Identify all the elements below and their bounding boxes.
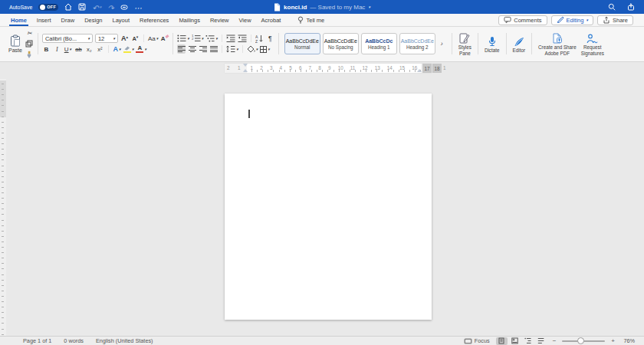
ruler-number-row: 12345678910111213141516 — [247, 65, 421, 71]
italic-button[interactable]: I — [53, 44, 61, 54]
format-painter-button[interactable] — [25, 50, 34, 59]
search-button[interactable] — [608, 3, 616, 11]
zoom-in-button[interactable]: + — [611, 337, 615, 344]
first-line-indent-marker[interactable] — [243, 64, 248, 67]
font-color-button[interactable]: A — [136, 44, 146, 54]
comments-button[interactable]: Comments — [498, 15, 547, 25]
tab-insert[interactable]: Insert — [37, 14, 51, 26]
line-spacing-button[interactable] — [226, 44, 238, 54]
shrink-font-button[interactable]: A▾ — [131, 34, 140, 43]
request-signatures-button[interactable]: Request Signatures — [579, 32, 606, 56]
zoom-slider[interactable] — [562, 340, 605, 342]
share-window-button[interactable] — [627, 3, 635, 11]
hanging-indent-marker[interactable] — [243, 69, 248, 72]
cut-button[interactable] — [25, 28, 34, 38]
tab-layout[interactable]: Layout — [112, 14, 130, 26]
style-normal[interactable]: AaBbCcDdEeNormal — [284, 33, 320, 54]
bullets-caret-icon — [187, 37, 189, 41]
redo-button[interactable] — [107, 0, 113, 14]
decrease-indent-button[interactable] — [226, 34, 235, 43]
styles-gallery-more-button[interactable] — [438, 39, 446, 48]
tab-mailings[interactable]: Mailings — [179, 14, 200, 26]
borders-button[interactable] — [260, 44, 270, 54]
justify-button[interactable] — [209, 44, 218, 54]
superscript-button[interactable]: x² — [96, 44, 104, 54]
undo-button[interactable] — [92, 0, 101, 14]
signature-person-icon — [586, 34, 598, 44]
tab-review[interactable]: Review — [210, 14, 229, 26]
strikethrough-button[interactable]: ab — [74, 44, 83, 54]
font-name-select[interactable]: Calibri (Bo... — [42, 34, 93, 43]
tab-acrobat[interactable]: Acrobat — [261, 14, 281, 26]
tab-home[interactable]: Home — [11, 14, 27, 26]
multilevel-list-button[interactable] — [205, 34, 218, 43]
language-status[interactable]: English (United States) — [96, 337, 153, 344]
draft-view-button[interactable] — [535, 337, 547, 345]
vertical-ruler[interactable] — [0, 79, 6, 336]
style-no-spacing[interactable]: AaBbCcDdEeNo Spacing — [323, 33, 359, 54]
text-effects-button[interactable]: A — [113, 44, 121, 54]
change-case-button[interactable]: Aa — [148, 34, 158, 43]
style-name: Heading 2 — [406, 44, 429, 50]
dictate-button[interactable]: Dictate — [482, 35, 502, 53]
style-heading-2[interactable]: AaBbCcDdEeHeading 2 — [399, 33, 435, 54]
show-paragraph-marks-button[interactable]: ¶ — [266, 34, 274, 43]
focus-mode-button[interactable]: Focus — [464, 337, 490, 344]
undo-caret-icon — [100, 5, 102, 9]
align-center-button[interactable] — [188, 44, 196, 54]
font-color-bar — [136, 51, 143, 54]
sort-button[interactable]: AZ — [255, 34, 264, 43]
zoom-slider-thumb[interactable] — [577, 337, 584, 344]
copy-button[interactable] — [25, 39, 34, 48]
clear-formatting-button[interactable]: A — [160, 34, 169, 43]
tab-view[interactable]: View — [238, 14, 251, 26]
editing-mode-button[interactable]: Editing — [551, 15, 593, 25]
bold-button[interactable]: B — [42, 44, 51, 54]
align-right-button[interactable] — [199, 44, 207, 54]
document-page[interactable] — [225, 94, 432, 320]
tab-draw[interactable]: Draw — [61, 14, 75, 26]
grow-font-button[interactable]: A▴ — [120, 34, 129, 43]
ruler-strip[interactable]: 21 12345678910111213141516 — [225, 64, 432, 73]
autosave-toggle[interactable]: OFF — [38, 4, 58, 11]
web-layout-view-button[interactable] — [509, 337, 521, 345]
highlight-button[interactable] — [123, 44, 134, 54]
paste-button[interactable]: Paste — [6, 34, 25, 53]
print-layout-view-button[interactable] — [496, 337, 508, 345]
print-icon — [120, 4, 128, 11]
paste-label: Paste — [8, 48, 22, 53]
save-button[interactable] — [78, 3, 86, 11]
share-button[interactable]: Share — [597, 15, 633, 25]
page-count[interactable]: Page 1 of 1 — [23, 337, 51, 344]
home-button[interactable] — [64, 3, 72, 11]
document-title-menu[interactable]: konci.id — Saved to my Mac — [274, 0, 370, 14]
subscript-button[interactable]: x₂ — [85, 44, 94, 54]
print-button[interactable] — [120, 4, 128, 11]
tell-me-button[interactable]: Tell me — [297, 16, 324, 25]
line-spacing-icon — [226, 45, 235, 53]
numbering-button[interactable]: 12 — [192, 34, 204, 43]
bullets-button[interactable] — [177, 34, 189, 43]
style-heading-1[interactable]: AaBbCcDcHeading 1 — [361, 33, 397, 54]
shading-button[interactable] — [247, 44, 258, 54]
zoom-out-button[interactable]: − — [553, 337, 557, 344]
create-pdf-button[interactable]: Create and Share Adobe PDF — [536, 32, 579, 56]
more-commands-button[interactable] — [134, 0, 142, 14]
font-size-select[interactable]: 12 — [95, 34, 118, 43]
shading-caret-icon — [256, 48, 258, 51]
outline-view-button[interactable] — [522, 337, 534, 345]
tab-design[interactable]: Design — [84, 14, 102, 26]
tab-references[interactable]: References — [140, 14, 169, 26]
word-count[interactable]: 0 words — [64, 337, 84, 344]
underline-button[interactable]: U — [64, 44, 72, 54]
increase-indent-button[interactable] — [238, 34, 247, 43]
styles-pane-button[interactable]: Styles Pane — [456, 32, 474, 56]
align-left-button[interactable] — [177, 44, 186, 54]
font-size-value: 12 — [98, 35, 104, 42]
zoom-percentage[interactable]: 76% — [621, 337, 635, 344]
ruler-number: 11 — [350, 65, 356, 71]
editor-button[interactable]: Editor — [511, 35, 527, 53]
right-indent-marker[interactable] — [417, 69, 422, 72]
focus-icon — [464, 338, 472, 344]
svg-text:Z: Z — [255, 38, 258, 43]
